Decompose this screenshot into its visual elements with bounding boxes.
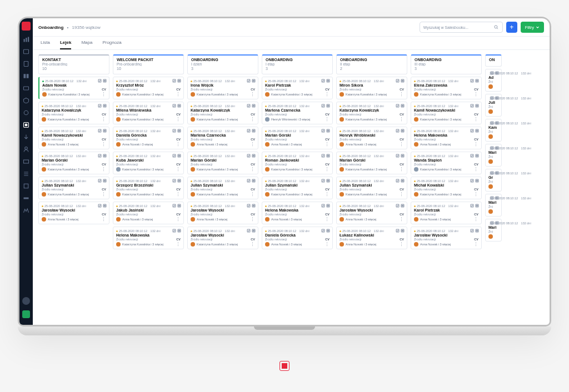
kanban-card[interactable]: 25-08-2020 08:10:12 132 dni Roman Jankow…	[262, 152, 333, 174]
card-action-icons[interactable]	[321, 179, 330, 183]
kanban-card[interactable]: 25-08-2020 08:10:12 132 dni Mari Źró	[485, 194, 502, 217]
card-menu-icon[interactable]: ⋮	[250, 218, 255, 221]
kanban-card[interactable]: 25-08-2020 08:10:12 132 dni Marlena Czar…	[262, 102, 333, 124]
card-menu-icon[interactable]: ⋮	[101, 168, 106, 171]
kanban-card[interactable]: 25-08-2020 08:10:12 132 dni Daniela Góre…	[262, 227, 333, 249]
kanban-card[interactable]: 25-08-2020 08:10:12 132 dni Julian Szyma…	[262, 177, 333, 199]
card-menu-icon[interactable]: ⋮	[473, 168, 478, 171]
card-action-icons[interactable]	[172, 104, 181, 108]
card-action-icons[interactable]	[321, 204, 330, 208]
kanban-card[interactable]: 25-08-2020 08:10:12 132 dni Julian Szyma…	[336, 177, 407, 199]
kanban-card[interactable]: 25-08-2020 08:10:12 132 dni Jakub Jasińs…	[113, 202, 184, 224]
kanban-card[interactable]: 25-08-2020 08:10:12 132 dni Jarosław Wys…	[187, 202, 258, 224]
column-header[interactable]: ONBOARDING I etap 3	[262, 54, 333, 74]
kanban-card[interactable]: 25-08-2020 08:10:12 132 dni Kuba Jaworsk…	[113, 152, 184, 174]
sidebar-item[interactable]	[19, 158, 33, 165]
column-header[interactable]: ONBOARDING III etap 3	[411, 54, 482, 74]
card-action-icons[interactable]	[490, 96, 499, 100]
card-menu-icon[interactable]: ⋮	[176, 218, 181, 221]
card-action-icons[interactable]	[172, 154, 181, 158]
card-action-icons[interactable]	[490, 71, 499, 75]
card-action-icons[interactable]	[396, 179, 405, 183]
tab-prognoza[interactable]: Prognoza	[102, 40, 121, 49]
card-action-icons[interactable]	[98, 104, 107, 108]
sidebar-item[interactable]	[19, 73, 33, 79]
sidebar-item[interactable]	[19, 183, 33, 189]
card-menu-icon[interactable]: ⋮	[399, 143, 404, 146]
card-action-icons[interactable]	[98, 204, 107, 208]
card-action-icons[interactable]	[470, 79, 479, 83]
kanban-card[interactable]: 25-08-2020 08:10:12 132 dni Mari Źró	[485, 144, 502, 167]
user-avatar-icon[interactable]	[22, 297, 30, 305]
kanban-card[interactable]: 25-08-2020 08:10:12 132 dni Katarzyna Ko…	[38, 102, 109, 124]
kanban-card[interactable]: 25-08-2020 08:10:12 132 dni Henryk Wróbl…	[336, 127, 407, 149]
search-input[interactable]: Wyszukaj w Salesbooku...	[420, 22, 503, 33]
sidebar-item[interactable]	[19, 170, 33, 177]
card-menu-icon[interactable]: ⋮	[473, 243, 478, 246]
card-menu-icon[interactable]: ⋮	[325, 193, 330, 196]
kanban-card[interactable]: 25-08-2020 08:10:12 132 dni Jarosław Wys…	[38, 202, 109, 224]
card-action-icons[interactable]	[470, 229, 479, 233]
card-menu-icon[interactable]: ⋮	[473, 143, 478, 146]
card-menu-icon[interactable]: ⋮	[176, 243, 181, 246]
card-action-icons[interactable]	[396, 104, 405, 108]
card-action-icons[interactable]	[490, 121, 499, 125]
card-action-icons[interactable]	[490, 196, 499, 200]
column-header[interactable]: ON	[485, 54, 502, 67]
kanban-card[interactable]: 25-08-2020 08:10:12 132 dni Michał Kowal…	[411, 177, 482, 199]
card-menu-icon[interactable]: ⋮	[101, 118, 106, 121]
card-action-icons[interactable]	[321, 79, 330, 83]
tab-lista[interactable]: Lista	[41, 40, 50, 49]
kanban-card[interactable]: 25-08-2020 08:10:12 132 dni Katarzyna Ko…	[336, 102, 407, 124]
kanban-card[interactable]: 25-08-2020 08:10:12 132 dni Karol Pietrz…	[411, 202, 482, 224]
card-menu-icon[interactable]: ⋮	[399, 93, 404, 96]
sidebar-item[interactable]	[19, 207, 33, 214]
card-action-icons[interactable]	[247, 229, 256, 233]
column-header[interactable]: ONBOARDING II etap 2	[336, 54, 407, 74]
kanban-card[interactable]: 25-08-2020 08:10:12 132 dni Marlena Czar…	[187, 127, 258, 149]
card-action-icons[interactable]	[470, 154, 479, 158]
tab-mapa[interactable]: Mapa	[81, 40, 92, 49]
kanban-card[interactable]: 25-08-2020 08:10:12 132 dni Wanda Stępie…	[411, 152, 482, 174]
sidebar-item[interactable]	[19, 122, 33, 128]
sidebar-item[interactable]	[19, 48, 33, 55]
card-action-icons[interactable]	[172, 129, 181, 133]
kanban-card[interactable]: 25-08-2020 08:10:12 132 dni Jarosław Wys…	[336, 202, 407, 224]
column-header[interactable]: ONBOARDING I dzień 3	[187, 54, 258, 74]
card-action-icons[interactable]	[247, 79, 256, 83]
kanban-card[interactable]: 25-08-2020 08:10:12 132 dni Daniela Góre…	[113, 127, 184, 149]
kanban-card[interactable]: 25-08-2020 08:10:12 132 dni Kamil Nowacz…	[38, 127, 109, 149]
card-action-icons[interactable]	[98, 79, 107, 83]
card-action-icons[interactable]	[321, 154, 330, 158]
card-action-icons[interactable]	[247, 104, 256, 108]
card-action-icons[interactable]	[396, 79, 405, 83]
card-menu-icon[interactable]: ⋮	[176, 118, 181, 121]
card-action-icons[interactable]	[172, 204, 181, 208]
kanban-card[interactable]: 25-08-2020 08:10:12 132 dni Marian Górsk…	[187, 152, 258, 174]
card-action-icons[interactable]	[470, 129, 479, 133]
tab-lejek[interactable]: Lejek	[60, 40, 71, 49]
card-action-icons[interactable]	[470, 104, 479, 108]
card-action-icons[interactable]	[247, 129, 256, 133]
card-menu-icon[interactable]: ⋮	[250, 93, 255, 96]
card-menu-icon[interactable]: ⋮	[399, 193, 404, 196]
card-menu-icon[interactable]: ⋮	[325, 143, 330, 146]
card-menu-icon[interactable]: ⋮	[399, 218, 404, 221]
card-action-icons[interactable]	[321, 229, 330, 233]
kanban-card[interactable]: 25-08-2020 08:10:12 132 dni Marian Górsk…	[38, 152, 109, 174]
card-action-icons[interactable]	[321, 104, 330, 108]
kanban-card[interactable]: 25-08-2020 08:10:12 132 dni Adam Nowak Ź…	[38, 77, 109, 99]
card-action-icons[interactable]	[98, 179, 107, 183]
card-action-icons[interactable]	[247, 154, 256, 158]
card-menu-icon[interactable]: ⋮	[250, 193, 255, 196]
card-action-icons[interactable]	[172, 79, 181, 83]
kanban-card[interactable]: 25-08-2020 08:10:12 132 dni Irena Wójcik…	[187, 77, 258, 99]
kanban-card[interactable]: 25-08-2020 08:10:12 132 dni Helena Makow…	[113, 227, 184, 249]
sidebar-item[interactable]	[19, 61, 33, 67]
card-menu-icon[interactable]: ⋮	[473, 193, 478, 196]
card-menu-icon[interactable]: ⋮	[101, 193, 106, 196]
kanban-card[interactable]: 25-08-2020 08:10:12 132 dni Gr Źró	[485, 169, 502, 192]
card-menu-icon[interactable]: ⋮	[101, 218, 106, 221]
card-menu-icon[interactable]: ⋮	[399, 118, 404, 121]
card-action-icons[interactable]	[490, 221, 499, 225]
